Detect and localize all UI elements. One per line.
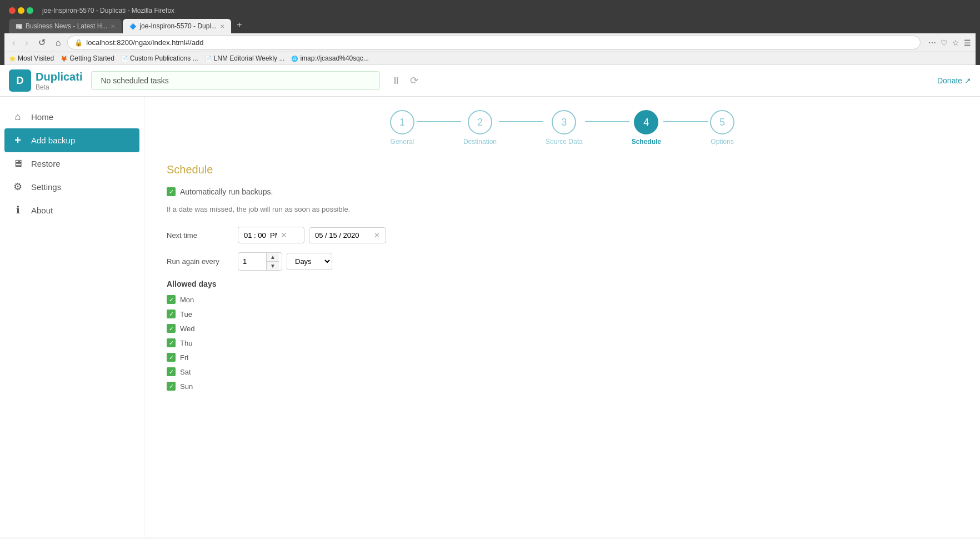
step-container-2: 2 Destination (463, 110, 546, 146)
close-window-button[interactable] (9, 7, 16, 14)
bookmark-imap[interactable]: 🌐 imap://jcasad%40sqc... (291, 54, 368, 62)
day-row-sun: ✓Sun (167, 382, 958, 391)
forward-button[interactable]: › (22, 37, 31, 49)
pause-button[interactable]: ⏸ (389, 73, 403, 89)
bookmark-lnm-editorial[interactable]: 📄 LNM Editorial Weekly ... (205, 54, 285, 62)
url-bar[interactable]: 🔒 localhost:8200/ngax/index.html#/add (67, 36, 921, 49)
about-icon: ℹ (11, 204, 24, 216)
status-message: No scheduled tasks (101, 76, 168, 85)
tab-2-close[interactable]: ✕ (220, 23, 224, 29)
day-checkbox-wed[interactable]: ✓ (167, 324, 176, 333)
spinner-down[interactable]: ▼ (267, 262, 279, 270)
donate-link[interactable]: Donate ↗ (937, 76, 971, 85)
bookmark-getting-started[interactable]: 🦊 Getting Started (61, 54, 114, 62)
new-tab-button[interactable]: + (232, 17, 246, 33)
custom-pub-icon: 📄 (121, 56, 128, 62)
step-5-number: 5 (719, 117, 725, 128)
reload-button[interactable]: ↺ (35, 36, 49, 49)
sidebar-item-about[interactable]: ℹ About (0, 198, 144, 222)
most-visited-icon: ⭐ (9, 56, 16, 62)
step-5-label: Options (711, 138, 733, 146)
day-row-fri: ✓Fri (167, 353, 958, 362)
time-input[interactable]: ✕ (238, 227, 304, 243)
hamburger-icon[interactable]: ⋯ (928, 38, 936, 47)
tab-1[interactable]: 📰 Business News - Latest H... ✕ (9, 19, 122, 33)
tab-2-favicon: 🔷 (129, 23, 136, 29)
schedule-title: Schedule (167, 163, 958, 176)
date-input[interactable]: ✕ (309, 227, 386, 243)
tab-1-close[interactable]: ✕ (111, 23, 115, 29)
window-controls (9, 7, 33, 14)
sidebar-settings-label: Settings (31, 182, 61, 192)
star-icon[interactable]: ☆ (952, 38, 959, 47)
run-again-input[interactable]: ▲ ▼ (238, 252, 282, 271)
wizard-steps: 1 General 2 Destination (167, 110, 958, 146)
day-label-tue: Tue (180, 310, 192, 318)
title-bar: joe-Inspiron-5570 - Duplicati - Mozilla … (4, 4, 976, 17)
day-checkbox-sat[interactable]: ✓ (167, 367, 176, 376)
bookmark-most-visited[interactable]: ⭐ Most Visited (9, 54, 54, 62)
bookmark-icon[interactable]: ♡ (941, 38, 948, 47)
step-1-circle[interactable]: 1 (390, 110, 414, 134)
sidebar-item-settings[interactable]: ⚙ Settings (0, 175, 144, 198)
tab-2-label: joe-Inspiron-5570 - Dupl... (139, 22, 217, 30)
maximize-window-button[interactable] (27, 7, 33, 14)
days-container: ✓Mon✓Tue✓Wed✓Thu✓Fri✓Sat✓Sun (167, 295, 958, 391)
app-logo-icon: D (9, 69, 31, 92)
refresh-button[interactable]: ⟳ (408, 72, 421, 89)
back-button[interactable]: ‹ (9, 37, 18, 49)
bookmark-custom-pub-label: Custom Publications ... (130, 54, 198, 62)
unit-select[interactable]: Days Hours Weeks (287, 253, 332, 270)
logo-area: D Duplicati Beta (9, 69, 82, 92)
day-checkbox-thu[interactable]: ✓ (167, 338, 176, 347)
sidebar-item-home[interactable]: ⌂ Home (0, 106, 144, 128)
menu-icon[interactable]: ☰ (964, 38, 971, 47)
home-nav-button[interactable]: ⌂ (52, 37, 64, 49)
sidebar-item-add-backup[interactable]: + Add backup (4, 128, 139, 152)
bookmark-custom-publications[interactable]: 📄 Custom Publications ... (121, 54, 198, 62)
day-label-sat: Sat (180, 368, 191, 376)
run-again-number[interactable] (238, 254, 266, 269)
tab-bar: 📰 Business News - Latest H... ✕ 🔷 joe-In… (4, 17, 976, 33)
day-checkbox-fri[interactable]: ✓ (167, 353, 176, 362)
day-row-thu: ✓Thu (167, 338, 958, 347)
logo-text: Duplicati Beta (36, 70, 82, 91)
step-3-circle[interactable]: 3 (552, 110, 576, 134)
sidebar-restore-label: Restore (31, 159, 61, 168)
status-bar: No scheduled tasks (91, 71, 380, 90)
step-4: 4 Schedule (632, 110, 661, 146)
bookmarks-bar: ⭐ Most Visited 🦊 Getting Started 📄 Custo… (4, 52, 976, 65)
time-field[interactable] (244, 231, 277, 239)
step-5-circle[interactable]: 5 (710, 110, 734, 134)
spinner-buttons: ▲ ▼ (266, 253, 279, 270)
bookmark-getting-started-label: Getting Started (69, 54, 114, 62)
minimize-window-button[interactable] (18, 7, 24, 14)
app-container: D Duplicati Beta No scheduled tasks ⏸ ⟳ … (0, 65, 980, 537)
step-4-number: 4 (643, 117, 649, 128)
tab-2[interactable]: 🔷 joe-Inspiron-5570 - Dupl... ✕ (123, 19, 231, 33)
spinner-up[interactable]: ▲ (267, 253, 279, 262)
step-2-circle[interactable]: 2 (468, 110, 492, 134)
auto-backup-checkbox[interactable]: ✓ (167, 187, 176, 196)
day-checkbox-mon[interactable]: ✓ (167, 295, 176, 304)
sidebar-item-restore[interactable]: 🖥 Restore (0, 152, 144, 175)
tab-1-favicon: 📰 (16, 23, 22, 29)
step-5: 5 Options (710, 110, 734, 146)
window-title: joe-Inspiron-5570 - Duplicati - Mozilla … (42, 7, 174, 14)
date-clear-icon[interactable]: ✕ (374, 231, 380, 239)
home-icon: ⌂ (11, 111, 24, 123)
step-2-number: 2 (477, 117, 483, 128)
add-backup-icon: + (11, 134, 24, 147)
day-checkbox-sun[interactable]: ✓ (167, 382, 176, 391)
nav-icons: ⋯ ♡ ☆ ☰ (928, 38, 971, 47)
next-time-label: Next time (167, 231, 233, 239)
step-4-circle[interactable]: 4 (634, 110, 658, 134)
lnm-icon: 📄 (205, 56, 212, 62)
bookmark-imap-label: imap://jcasad%40sqc... (300, 54, 368, 62)
app-name: Duplicati (36, 70, 82, 83)
time-clear-icon[interactable]: ✕ (281, 231, 287, 239)
date-field[interactable] (315, 231, 371, 239)
step-4-label: Schedule (632, 138, 661, 146)
day-checkbox-tue[interactable]: ✓ (167, 310, 176, 318)
step-3: 3 Source Data (546, 110, 583, 146)
